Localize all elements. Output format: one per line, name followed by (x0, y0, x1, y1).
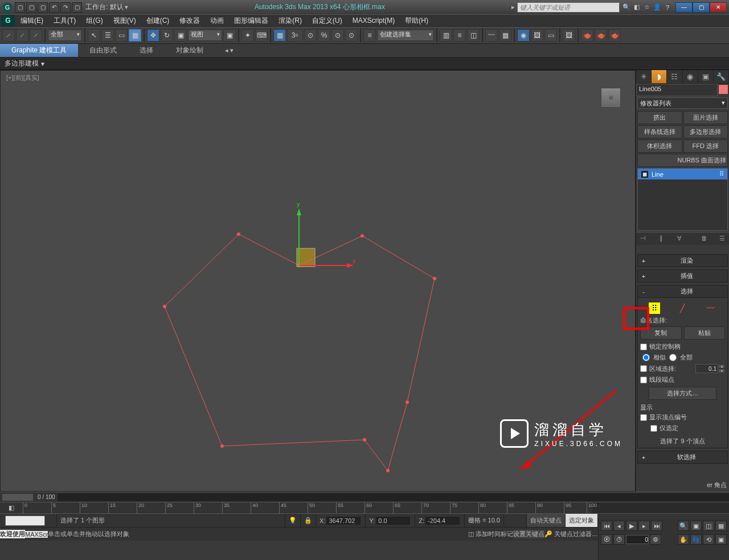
qat-undo-icon[interactable]: ↶ (49, 2, 59, 13)
menu-modifiers[interactable]: 修改器 (175, 15, 204, 27)
nav-pan-icon[interactable]: ✋ (678, 534, 689, 545)
qat-project-icon[interactable]: ▢ (72, 2, 82, 13)
menu-create[interactable]: 创建(C) (142, 15, 174, 27)
qat-save-icon[interactable]: ▢ (38, 2, 48, 13)
ribbon-toggle-icon[interactable]: ◂ ▾ (220, 46, 238, 55)
rollout-render[interactable]: +渲染 (637, 254, 728, 267)
time-config-icon[interactable]: ⏱ (613, 534, 625, 545)
spinner-up-icon[interactable]: ▴ (718, 364, 725, 369)
expand-icon[interactable]: ◼ (641, 171, 648, 178)
show-vertex-numbers-checkbox[interactable] (640, 414, 647, 421)
menu-rendering[interactable]: 渲染(R) (274, 15, 306, 27)
make-unique-icon[interactable]: ∀ (675, 235, 684, 243)
schematic-icon[interactable]: ▦ (499, 29, 511, 42)
time-ruler[interactable]: 0 5 10 15 20 25 30 35 40 45 50 55 60 65 … (23, 502, 592, 513)
search-icon[interactable]: 🔍 (622, 3, 631, 12)
teapot2-icon[interactable]: 🫖 (595, 29, 607, 42)
btn-extrude[interactable]: 挤出 (637, 111, 682, 124)
minimize-button[interactable]: — (675, 2, 693, 13)
ribbon-tab-graphite[interactable]: Graphite 建模工具 (0, 44, 78, 57)
coord-y[interactable]: 0.0 (376, 517, 410, 525)
qat-open-icon[interactable]: ▢ (26, 2, 36, 13)
modifier-stack[interactable]: ◼ Line ⠿ (637, 168, 728, 231)
keyboard-shortcut-icon[interactable]: ⌨ (255, 29, 268, 42)
percent-snap-icon[interactable]: ⊙ (304, 29, 317, 42)
render-setup-icon[interactable]: 🖼 (531, 29, 543, 42)
menu-group[interactable]: 组(G) (81, 15, 107, 27)
selected-object-dropdown[interactable]: 选定对象 (566, 514, 598, 527)
remove-mod-icon[interactable]: 🗑 (699, 235, 708, 243)
help-icon[interactable]: ? (663, 3, 672, 12)
help-search-input[interactable] (517, 2, 620, 13)
ribbon-tab-paint[interactable]: 对象绘制 (165, 44, 215, 57)
object-color-swatch[interactable] (718, 84, 728, 95)
maximize-button[interactable]: ▢ (693, 2, 710, 13)
unlink-icon[interactable]: ⟋ (16, 29, 28, 42)
cmd-tab-hierarchy-icon[interactable]: ☷ (667, 70, 682, 83)
app-icon[interactable]: G (2, 2, 13, 13)
pin-stack-icon[interactable]: ⊣ (638, 235, 648, 243)
only-selected-checkbox[interactable] (650, 425, 657, 432)
app-logo[interactable]: G (1, 15, 15, 26)
layers-icon[interactable]: ◫ (467, 29, 480, 42)
rollout-selection[interactable]: -选择 (637, 285, 728, 298)
copy-button[interactable]: 复制 (640, 326, 682, 340)
key-mode-icon[interactable]: 🔑 (544, 530, 552, 537)
show-end-icon[interactable]: ∥ (657, 235, 666, 243)
script-mini-listener[interactable] (5, 516, 45, 526)
subobj-segment-icon[interactable]: ╱ (677, 303, 688, 314)
nav-zoom-all-icon[interactable]: ▣ (690, 521, 702, 531)
configure-icon[interactable]: ☰ (718, 235, 727, 243)
cmd-tab-motion-icon[interactable]: ◉ (683, 70, 698, 83)
angle-snap-icon[interactable]: 3⊙ (287, 29, 303, 42)
exchange-icon[interactable]: ◧ (632, 3, 641, 12)
edit-named-sel-icon[interactable]: ⊙ (331, 29, 344, 42)
signin-icon[interactable]: 👤 (653, 3, 662, 12)
maxscript-listener[interactable]: MAXScr (25, 531, 48, 538)
qat-new-icon[interactable]: ▢ (15, 2, 25, 13)
window-crossing-icon[interactable]: ▦ (129, 29, 141, 42)
cmd-tab-modify-icon[interactable]: ◗ (652, 70, 667, 83)
btn-spline-select[interactable]: 样条线选择 (637, 125, 682, 138)
nav-fov-icon[interactable]: ◫ (703, 521, 714, 531)
named-selections-dropdown[interactable]: 创建选择集 (377, 30, 434, 41)
track-toggle-icon[interactable]: ◧ (9, 504, 14, 512)
lock-icon[interactable]: 💡 (289, 517, 297, 524)
teapot3-icon[interactable]: 🫖 (608, 29, 621, 42)
next-frame-icon[interactable]: ▸ (638, 521, 650, 531)
select-by-name-icon[interactable]: ☰ (101, 29, 114, 42)
select-by-button[interactable]: 选择方式… (649, 387, 716, 400)
menu-graph-editors[interactable]: 图形编辑器 (230, 15, 273, 27)
select-scale-icon[interactable]: ▣ (174, 29, 187, 42)
select-object-icon[interactable]: ↖ (88, 29, 100, 42)
ribbon-tab-freeform[interactable]: 自由形式 (78, 44, 128, 57)
close-button[interactable]: ✕ (710, 2, 727, 13)
cmd-tab-utilities-icon[interactable]: 🔧 (714, 70, 729, 83)
curve-editor-icon[interactable]: 〰 (485, 29, 498, 42)
select-rotate-icon[interactable]: ↻ (161, 29, 173, 42)
selection-filter-dropdown[interactable]: 全部 (48, 30, 82, 41)
radio-similar[interactable] (642, 354, 650, 361)
subobj-spline-icon[interactable]: 〰 (705, 303, 716, 314)
time-slider-track[interactable] (58, 493, 729, 501)
area-select-value[interactable] (695, 364, 718, 373)
area-select-checkbox[interactable] (640, 365, 647, 372)
align-tool-icon[interactable]: ≡ (453, 29, 466, 42)
menu-maxscript[interactable]: MAXScript(M) (348, 15, 400, 26)
cmd-tab-create-icon[interactable]: ✳ (636, 70, 652, 83)
goto-end-icon[interactable]: ⏭ (651, 521, 662, 531)
segment-end-checkbox[interactable] (640, 377, 647, 383)
menu-animation[interactable]: 动画 (206, 15, 228, 27)
rollout-interpolation[interactable]: +插值 (637, 269, 728, 283)
time-slider-handle[interactable] (2, 494, 33, 501)
menu-edit[interactable]: 编辑(E) (16, 15, 48, 27)
prev-frame-icon[interactable]: ◂ (613, 521, 625, 531)
set-key-button[interactable]: 设置关键点 (513, 530, 544, 538)
spinner-down-icon[interactable]: ▾ (718, 369, 725, 373)
lock-selection-icon[interactable]: 🔒 (304, 517, 312, 524)
btn-vol-select[interactable]: 体积选择 (637, 140, 682, 153)
current-frame-input[interactable] (626, 535, 649, 544)
rollout-soft-selection[interactable]: +软选择 (637, 451, 728, 464)
nav-region-icon[interactable]: ▦ (715, 521, 727, 531)
ribbon-panel-label[interactable]: 多边形建模 (5, 59, 39, 68)
